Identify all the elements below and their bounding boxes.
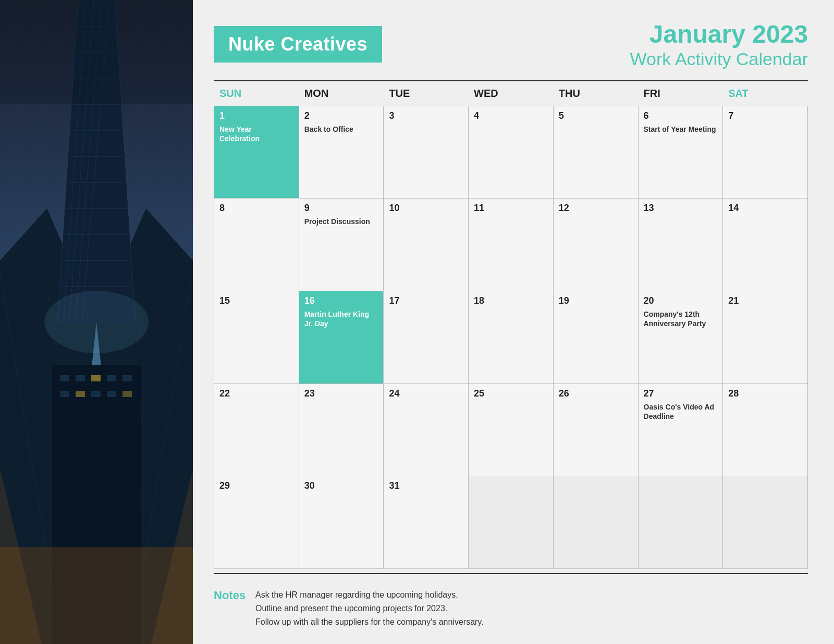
- day-number: 14: [728, 203, 802, 214]
- left-image-panel: [0, 0, 193, 644]
- svg-rect-20: [107, 391, 116, 397]
- calendar-cell: 20Company's 12th Anniversary Party: [638, 291, 723, 383]
- notes-item-2: Outline and present the upcoming project…: [255, 602, 484, 615]
- right-panel: Nuke Creatives January 2023 Work Activit…: [193, 0, 834, 644]
- calendar-cell: 28: [723, 383, 808, 476]
- svg-rect-13: [76, 375, 85, 381]
- calendar-cell: 5: [553, 106, 638, 199]
- day-number: 10: [389, 203, 463, 214]
- day-number: 1: [219, 110, 293, 121]
- day-number: 12: [559, 203, 633, 214]
- day-header-row: SUN MON TUE WED THU FRI SAT: [214, 81, 808, 106]
- brand-name: Nuke Creatives: [228, 33, 367, 55]
- calendar-cell: [553, 476, 638, 569]
- calendar-cell: 9Project Discussion: [299, 199, 384, 291]
- title-block: January 2023 Work Activity Calendar: [630, 21, 808, 70]
- day-number: 29: [219, 480, 293, 491]
- svg-rect-42: [0, 547, 193, 644]
- day-number: 6: [644, 110, 718, 121]
- header-wed: WED: [469, 81, 554, 106]
- bottom-divider: [214, 573, 808, 574]
- header-sun: SUN: [214, 81, 299, 106]
- calendar-cell: 16Martin Luther King Jr. Day: [299, 291, 384, 383]
- day-number: 31: [389, 480, 463, 491]
- day-number: 11: [474, 203, 548, 214]
- calendar-cell: 23: [299, 383, 384, 476]
- day-number: 18: [474, 295, 548, 306]
- event-text: Project Discussion: [304, 217, 370, 226]
- day-number: 16: [304, 295, 378, 306]
- notes-list: Ask the HR manager regarding the upcomin…: [255, 589, 484, 628]
- day-number: 26: [559, 388, 633, 399]
- day-number: 15: [219, 295, 293, 306]
- notes-item-3: Follow up with all the suppliers for the…: [255, 616, 484, 628]
- header-tue: TUE: [384, 81, 469, 106]
- calendar-month: January 2023: [630, 21, 808, 48]
- calendar-cell: 11: [469, 199, 554, 291]
- day-number: 5: [559, 110, 633, 121]
- day-number: 20: [644, 295, 718, 306]
- svg-rect-16: [122, 375, 132, 381]
- calendar-week-2: 89Project Discussion1011121314: [214, 199, 808, 291]
- calendar-cell: [638, 476, 723, 569]
- calendar-cell: 2Back to Office: [299, 106, 384, 199]
- header-mon: MON: [299, 81, 384, 106]
- day-number: 7: [728, 110, 802, 121]
- svg-rect-14: [91, 375, 101, 381]
- header-fri: FRI: [638, 81, 723, 106]
- calendar-cell: 30: [299, 476, 384, 569]
- svg-rect-17: [60, 391, 69, 397]
- calendar-cell: 25: [469, 383, 554, 476]
- calendar-cell: 29: [214, 476, 299, 569]
- calendar-subtitle: Work Activity Calendar: [630, 48, 808, 70]
- day-number: 22: [219, 388, 293, 399]
- event-text: Start of Year Meeting: [644, 125, 716, 133]
- brand-tag: Nuke Creatives: [214, 26, 382, 63]
- notes-section: Notes Ask the HR manager regarding the u…: [214, 589, 808, 628]
- day-number: 27: [644, 388, 718, 399]
- calendar-cell: 8: [214, 199, 299, 291]
- day-number: 25: [474, 388, 548, 399]
- day-number: 24: [389, 388, 463, 399]
- day-number: 2: [304, 110, 378, 121]
- calendar-cell: 6Start of Year Meeting: [638, 106, 723, 199]
- calendar-wrapper: SUN MON TUE WED THU FRI SAT 1New Year Ce…: [214, 80, 808, 580]
- calendar-cell: 27Oasis Co's Video Ad Deadline: [638, 383, 723, 476]
- day-number: 17: [389, 295, 463, 306]
- svg-rect-19: [91, 391, 101, 397]
- calendar-cell: 22: [214, 383, 299, 476]
- calendar-cell: 10: [384, 199, 469, 291]
- calendar-cell: 3: [384, 106, 469, 199]
- calendar-cell: 17: [384, 291, 469, 383]
- day-number: 8: [219, 203, 293, 214]
- svg-rect-15: [107, 375, 116, 381]
- svg-rect-18: [76, 391, 85, 397]
- day-number: 13: [644, 203, 718, 214]
- header-thu: THU: [553, 81, 638, 106]
- calendar-cell: 13: [638, 199, 723, 291]
- calendar-week-1: 1New Year Celebration2Back to Office3456…: [214, 106, 808, 199]
- header-sat: SAT: [723, 81, 808, 106]
- calendar-week-3: 1516Martin Luther King Jr. Day17181920Co…: [214, 291, 808, 383]
- event-text: Oasis Co's Video Ad Deadline: [644, 403, 715, 420]
- calendar-table: SUN MON TUE WED THU FRI SAT 1New Year Ce…: [214, 81, 808, 569]
- day-number: 3: [389, 110, 463, 121]
- calendar-cell: 15: [214, 291, 299, 383]
- calendar-cell: 12: [553, 199, 638, 291]
- calendar-cell: 18: [469, 291, 554, 383]
- calendar-week-5: 293031: [214, 476, 808, 569]
- header: Nuke Creatives January 2023 Work Activit…: [214, 21, 808, 70]
- calendar-body: 1New Year Celebration2Back to Office3456…: [214, 106, 808, 568]
- svg-rect-12: [60, 375, 69, 381]
- day-number: 19: [559, 295, 633, 306]
- calendar-cell: 24: [384, 383, 469, 476]
- calendar-cell: 1New Year Celebration: [214, 106, 299, 199]
- svg-rect-44: [0, 0, 193, 104]
- calendar-cell: [723, 476, 808, 569]
- calendar-week-4: 222324252627Oasis Co's Video Ad Deadline…: [214, 383, 808, 476]
- calendar-cell: 21: [723, 291, 808, 383]
- day-number: 9: [304, 203, 378, 214]
- notes-item-1: Ask the HR manager regarding the upcomin…: [255, 589, 484, 601]
- calendar-cell: 14: [723, 199, 808, 291]
- day-number: 30: [304, 480, 378, 491]
